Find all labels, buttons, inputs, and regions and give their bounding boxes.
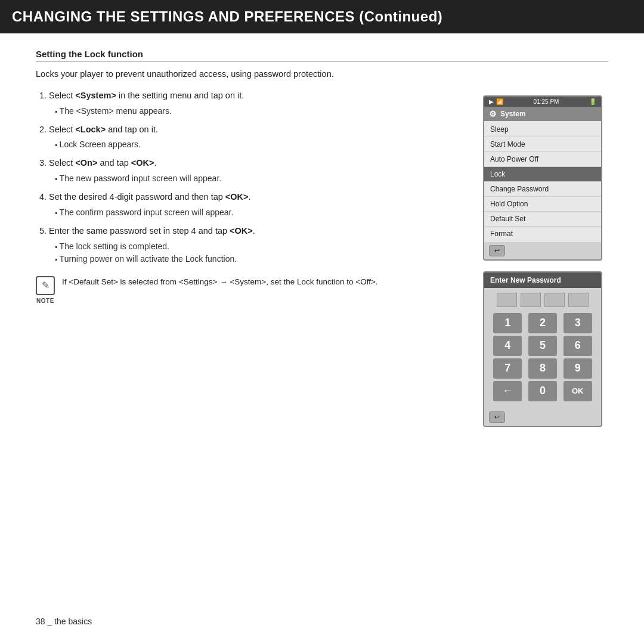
back-button[interactable]: ↩: [489, 245, 505, 256]
numpad-key-2[interactable]: 2: [528, 313, 557, 333]
step-4: Set the desired 4-digit password and the…: [49, 191, 465, 219]
menu-item-startmode[interactable]: Start Mode: [484, 137, 601, 152]
steps-column: Select <System> in the setting menu and …: [36, 89, 465, 305]
step-1-sub-item: The <System> menu appears.: [55, 105, 465, 117]
numpad-key-0[interactable]: 0: [528, 381, 557, 401]
numpad-key-3[interactable]: 3: [564, 313, 592, 333]
page-number: 38 _ the basics: [36, 617, 92, 626]
step-2-keyword: <Lock>: [75, 125, 106, 134]
step-2-sub-item: Lock Screen appears.: [55, 138, 465, 151]
numpad-key-6[interactable]: 6: [564, 336, 592, 356]
step-2-sub: Lock Screen appears.: [49, 138, 465, 151]
step-3-sub-item: The new password input screen will appea…: [55, 172, 465, 185]
step-4-sub-item: The confirm password input screen will a…: [55, 206, 465, 219]
page-footer: 38 _ the basics: [36, 617, 92, 626]
signal-icon: 📶: [496, 98, 503, 105]
content-area: Select <System> in the setting menu and …: [36, 89, 608, 427]
numpad-row-1: 1 2 3: [490, 313, 595, 333]
step-3-sub: The new password input screen will appea…: [49, 172, 465, 185]
step-5-sub-item-2: Turning power on will activate the Lock …: [55, 253, 465, 265]
menu-item-defaultset[interactable]: Default Set: [484, 212, 601, 227]
step-3-keyword-on: <On>: [75, 158, 97, 168]
device-menu: Sleep Start Mode Auto Power Off Lock Cha…: [484, 121, 601, 242]
section-title: Setting the Lock function: [36, 49, 608, 62]
play-icon: ▶: [489, 98, 494, 105]
steps-list: Select <System> in the setting menu and …: [36, 89, 465, 265]
password-screen: Enter New Password 1 2 3 4 5: [483, 271, 602, 427]
device-header: ▶ 📶 01:25 PM 🔋: [484, 97, 601, 107]
pw-input-row: [484, 288, 601, 311]
step-1-keyword: <System>: [75, 91, 116, 100]
step-5-sub-item-1: The lock setting is completed.: [55, 240, 465, 253]
step-5-sub: The lock setting is completed. Turning p…: [49, 240, 465, 265]
numpad-key-5[interactable]: 5: [528, 336, 557, 356]
numpad-key-8[interactable]: 8: [528, 358, 557, 379]
menu-item-autopoweroff[interactable]: Auto Power Off: [484, 152, 601, 167]
step-5-keyword: <OK>: [230, 226, 253, 236]
pw-screen-footer: ↩: [484, 408, 601, 426]
system-menu-screen: ▶ 📶 01:25 PM 🔋 ⚙ System Sleep Start Mode…: [483, 95, 602, 261]
numpad-key-4[interactable]: 4: [493, 336, 522, 356]
device-footer: ↩: [484, 242, 601, 259]
numpad: 1 2 3 4 5 6 7 8 9 ←: [484, 311, 601, 408]
menu-item-changepassword[interactable]: Change Password: [484, 182, 601, 197]
menu-item-holdoption[interactable]: Hold Option: [484, 197, 601, 212]
note-icon: ✎: [36, 276, 55, 295]
numpad-key-7[interactable]: 7: [493, 358, 522, 379]
pw-box-3[interactable]: [544, 293, 565, 307]
device-menu-title: System: [500, 110, 526, 118]
page-title: CHANGING THE SETTINGS AND PREFERENCES (C…: [12, 8, 442, 24]
note-text: If <Default Set> is selected from <Setti…: [62, 276, 378, 288]
step-4-keyword: <OK>: [225, 192, 249, 202]
step-3: Select <On> and tap <OK>. The new passwo…: [49, 157, 465, 185]
numpad-key-9[interactable]: 9: [564, 358, 592, 379]
pw-box-2[interactable]: [521, 293, 541, 307]
step-1-sub: The <System> menu appears.: [49, 105, 465, 117]
pw-screen-header: Enter New Password: [484, 273, 601, 288]
step-1: Select <System> in the setting menu and …: [49, 89, 465, 117]
numpad-key-backspace[interactable]: ←: [493, 381, 522, 401]
note-label: NOTE: [36, 296, 54, 305]
device-status-left: ▶ 📶: [489, 98, 503, 105]
menu-item-lock[interactable]: Lock: [484, 167, 601, 182]
pw-back-button[interactable]: ↩: [489, 411, 505, 423]
numpad-row-4: ← 0 OK: [490, 381, 595, 401]
note-icon-wrap: ✎ NOTE: [36, 276, 55, 305]
page: CHANGING THE SETTINGS AND PREFERENCES (C…: [0, 0, 644, 644]
step-4-sub: The confirm password input screen will a…: [49, 206, 465, 219]
pw-box-1[interactable]: [497, 293, 517, 307]
numpad-key-ok[interactable]: OK: [564, 381, 592, 401]
gear-icon: ⚙: [489, 109, 497, 119]
menu-item-format[interactable]: Format: [484, 227, 601, 241]
battery-icon: 🔋: [589, 98, 596, 105]
step-5: Enter the same password set in step 4 an…: [49, 225, 465, 265]
note-box: ✎ NOTE If <Default Set> is selected from…: [36, 276, 465, 305]
numpad-key-1[interactable]: 1: [493, 313, 522, 333]
right-column: ▶ 📶 01:25 PM 🔋 ⚙ System Sleep Start Mode…: [483, 95, 608, 427]
device-title-bar: ⚙ System: [484, 107, 601, 121]
numpad-row-3: 7 8 9: [490, 358, 595, 379]
step-3-keyword-ok: <OK>: [131, 158, 154, 168]
page-header: CHANGING THE SETTINGS AND PREFERENCES (C…: [0, 0, 644, 33]
pw-box-4[interactable]: [568, 293, 589, 307]
intro-text: Locks your player to prevent unauthorize…: [36, 68, 608, 81]
numpad-row-2: 4 5 6: [490, 336, 595, 356]
menu-item-sleep[interactable]: Sleep: [484, 122, 601, 137]
step-2: Select <Lock> and tap on it. Lock Screen…: [49, 123, 465, 151]
device-time: 01:25 PM: [534, 98, 559, 105]
